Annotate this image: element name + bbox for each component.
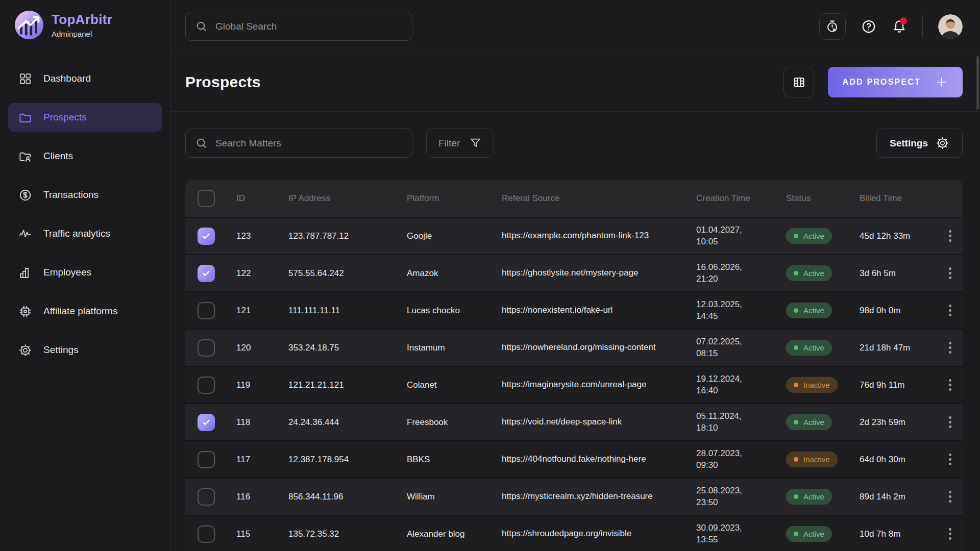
cell-platform: Goojle — [407, 231, 502, 241]
sidebar-item-settings[interactable]: Settings — [8, 336, 162, 364]
col-header-ip-address[interactable]: IP Address — [288, 193, 407, 204]
notification-dot — [900, 17, 907, 24]
cell-billed-time: 3d 6h 5m — [860, 268, 946, 279]
matters-search-input[interactable] — [215, 138, 402, 149]
table-view-button[interactable] — [783, 67, 814, 97]
add-prospect-button[interactable]: ADD PROSPECT — [828, 67, 963, 97]
sidebar-item-employees[interactable]: Employees — [8, 258, 162, 287]
matters-search[interactable] — [185, 129, 412, 158]
col-header-billed-time[interactable]: Billed Time — [860, 193, 946, 204]
row-checkbox[interactable] — [198, 265, 215, 282]
cell-billed-time: 64d 0h 30m — [860, 455, 946, 465]
row-checkbox[interactable] — [198, 377, 215, 394]
cell-creation-time: 07.02.2025,08:15 — [696, 336, 786, 359]
cell-id: 116 — [236, 492, 288, 502]
global-search-input[interactable] — [215, 21, 402, 32]
col-header-referal-source[interactable]: Referal Source — [502, 193, 696, 204]
select-all-checkbox[interactable] — [198, 190, 215, 207]
cell-id: 118 — [236, 417, 288, 428]
col-header-status[interactable]: Status — [786, 193, 860, 204]
main-area: Prospects ADD PROSPECT — [170, 0, 980, 551]
sidebar: TopArbitr Adminpanel Dashboard Prospects… — [0, 0, 170, 551]
status-dot — [794, 494, 798, 499]
row-actions-kebab-button[interactable] — [946, 302, 954, 319]
cell-creation-time: 25.08.2023,23:50 — [696, 485, 786, 508]
row-checkbox[interactable] — [198, 414, 215, 431]
topbar-divider — [922, 15, 923, 38]
status-badge: Active — [786, 414, 832, 430]
table-row: 122 575.55.64.242 Amazok https://ghostly… — [185, 254, 963, 291]
cell-referal-source: https://void.net/deep-space-link — [502, 416, 696, 428]
funnel-icon — [469, 137, 482, 149]
cell-ip-address: 353.24.18.75 — [288, 343, 407, 353]
user-avatar[interactable] — [938, 14, 963, 39]
filter-button[interactable]: Filter — [426, 129, 494, 158]
row-actions-kebab-button[interactable] — [946, 488, 954, 506]
table-settings-button[interactable]: Settings — [876, 129, 963, 158]
search-icon — [195, 20, 208, 33]
search-icon — [195, 137, 208, 149]
row-actions-kebab-button[interactable] — [946, 413, 954, 431]
sidebar-item-affiliate-platforms[interactable]: Affiliate platforms — [8, 297, 162, 325]
status-badge: Active — [786, 340, 832, 356]
status-dot — [794, 420, 798, 424]
row-checkbox[interactable] — [198, 451, 215, 468]
dashboard-icon — [18, 72, 32, 86]
cell-referal-source: https://mysticrealm.xyz/hidden-treasure — [502, 491, 696, 503]
cell-id: 123 — [236, 231, 288, 241]
bar-chart-icon — [18, 266, 32, 280]
cell-ip-address: 24.24.36.444 — [288, 417, 407, 428]
table-row: 117 12.387.178.954 BBKS https://404notfo… — [185, 440, 963, 478]
row-checkbox[interactable] — [198, 228, 215, 245]
notifications-button[interactable] — [892, 19, 907, 34]
cell-platform: Lucas chocko — [407, 306, 502, 316]
row-actions-kebab-button[interactable] — [946, 227, 954, 245]
avatar-image — [938, 14, 963, 39]
global-search[interactable] — [185, 12, 412, 41]
folder-icon — [18, 111, 32, 124]
filter-label: Filter — [438, 138, 460, 149]
status-dot — [794, 234, 798, 238]
status-dot — [794, 271, 798, 276]
row-checkbox[interactable] — [198, 525, 215, 543]
cell-id: 117 — [236, 455, 288, 465]
cell-referal-source: https://example.com/phantom-link-123 — [502, 230, 696, 242]
col-header-creation-time[interactable]: Creation Time — [696, 193, 786, 204]
topbar-actions — [819, 13, 963, 40]
row-actions-kebab-button[interactable] — [946, 264, 954, 282]
cell-id: 119 — [236, 380, 288, 390]
folder-user-icon — [18, 149, 32, 163]
table-body: 123 123.787.787.12 Goojle https://exampl… — [185, 217, 963, 551]
time-tracker-button[interactable] — [819, 13, 846, 40]
row-checkbox[interactable] — [198, 302, 215, 319]
cell-ip-address: 12.387.178.954 — [288, 455, 407, 465]
sidebar-item-dashboard[interactable]: Dashboard — [8, 64, 162, 93]
cell-ip-address: 123.787.787.12 — [288, 231, 407, 241]
row-actions-kebab-button[interactable] — [946, 450, 954, 468]
sidebar-item-clients[interactable]: Clients — [8, 142, 162, 170]
cell-platform: Colanet — [407, 380, 502, 390]
dollar-icon — [18, 188, 32, 202]
row-actions-kebab-button[interactable] — [946, 525, 954, 543]
row-actions-kebab-button[interactable] — [946, 339, 954, 357]
cell-creation-time: 30.09.2023,13:55 — [696, 522, 786, 545]
brand-logo-icon — [14, 10, 44, 40]
row-checkbox[interactable] — [198, 488, 215, 506]
cell-billed-time: 2d 23h 59m — [860, 417, 946, 428]
plus-icon — [935, 76, 948, 89]
col-header-platform[interactable]: Platform — [407, 193, 502, 204]
cell-referal-source: https://imaginarysite.com/unreal-page — [502, 379, 696, 391]
col-header-id[interactable]: ID — [236, 193, 288, 204]
sidebar-item-transactions[interactable]: Transactions — [8, 181, 162, 209]
sidebar-item-prospects[interactable]: Prospects — [8, 103, 162, 132]
status-badge: Active — [786, 265, 832, 281]
sidebar-item-traffic-analytics[interactable]: Traffic analytics — [8, 219, 162, 248]
help-button[interactable] — [861, 19, 876, 34]
add-prospect-label: ADD PROSPECT — [842, 78, 921, 87]
status-dot — [794, 308, 798, 313]
row-actions-kebab-button[interactable] — [946, 376, 954, 394]
row-checkbox[interactable] — [198, 339, 215, 357]
topbar — [170, 0, 980, 53]
scrollbar-thumb[interactable] — [976, 56, 979, 110]
cell-billed-time: 89d 14h 2m — [860, 492, 946, 502]
